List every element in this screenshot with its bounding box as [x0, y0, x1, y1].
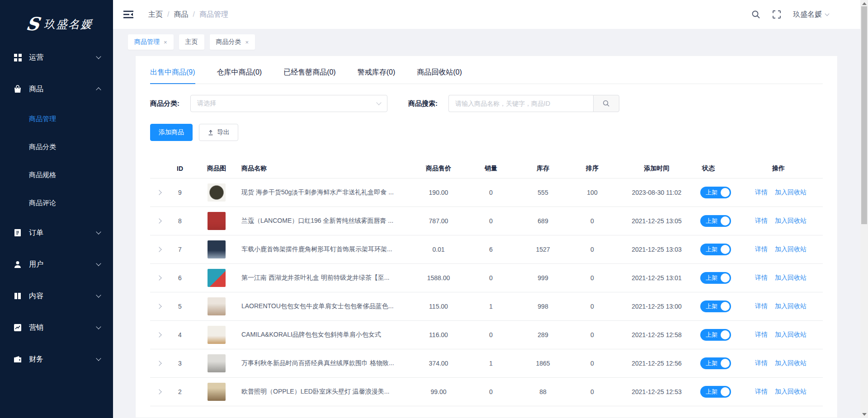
tab-stock-alert[interactable]: 警戒库存(0) — [358, 68, 396, 84]
status-toggle[interactable]: 上架 — [700, 272, 731, 284]
cell-name: 万事利秋冬新品时尚百搭经典真丝绒厚款围巾 格物致... — [241, 359, 411, 367]
product-image — [208, 240, 226, 258]
sidebar-item-users[interactable]: 用户 — [0, 249, 113, 280]
cell-sort: 0 — [570, 303, 615, 310]
cell-stock: 999 — [516, 274, 570, 282]
expand-row-icon[interactable] — [156, 275, 161, 280]
breadcrumb-home[interactable]: 主页 — [148, 10, 169, 19]
cell-name: 现货 海参干货50g淡干刺参海鲜水产非送礼礼盒即食 ... — [241, 188, 411, 197]
recycle-link[interactable]: 加入回收站 — [775, 388, 807, 396]
detail-link[interactable]: 详情 — [755, 302, 768, 310]
recycle-link[interactable]: 加入回收站 — [775, 245, 807, 254]
product-image — [208, 297, 226, 315]
cell-price: 99.00 — [411, 388, 466, 395]
detail-link[interactable]: 详情 — [755, 217, 768, 225]
tab-in-warehouse[interactable]: 仓库中商品(0) — [217, 68, 262, 84]
tag-product-category[interactable]: 商品分类 — [210, 34, 255, 50]
tab-sold-out[interactable]: 已经售罄商品(0) — [283, 68, 336, 84]
expand-row-icon[interactable] — [156, 247, 161, 252]
cell-time: 2021-12-25 12:56 — [615, 360, 698, 367]
sidebar-item-products[interactable]: 商品 — [0, 73, 113, 105]
table-row: 4 CAMILA&KORALI品牌包包女包斜挎单肩小包女式 116.00 0 2… — [150, 321, 823, 349]
expand-row-icon[interactable] — [156, 304, 161, 309]
recycle-link[interactable]: 加入回收站 — [775, 359, 807, 367]
chevron-down-icon — [96, 356, 101, 361]
cell-price: 787.00 — [411, 217, 466, 225]
sidebar-item-product-category[interactable]: 商品分类 — [0, 133, 113, 161]
cell-id: 8 — [168, 217, 192, 225]
products-submenu: 商品管理 商品分类 商品规格 商品评论 — [0, 105, 113, 217]
recycle-link[interactable]: 加入回收站 — [775, 274, 807, 282]
detail-link[interactable]: 详情 — [755, 388, 768, 396]
tab-on-sale[interactable]: 出售中商品(9) — [150, 68, 195, 84]
table-row: 6 第一江南 西湖龙井茶叶礼盒 明前特级龙井绿茶【至... 1588.00 0 … — [150, 264, 823, 292]
cell-sort: 0 — [570, 388, 615, 395]
detail-link[interactable]: 详情 — [755, 359, 768, 367]
expand-row-icon[interactable] — [156, 190, 161, 195]
cell-sales: 0 — [466, 189, 516, 196]
product-image — [208, 383, 226, 401]
menu-fold-icon[interactable] — [123, 10, 134, 19]
toolbar: 添加商品 导出 — [150, 124, 823, 141]
breadcrumb-section[interactable]: 商品 — [174, 10, 194, 19]
sidebar-item-product-spec[interactable]: 商品规格 — [0, 161, 113, 189]
add-product-button[interactable]: 添加商品 — [150, 124, 193, 141]
sidebar-item-operations[interactable]: 运营 — [0, 42, 113, 73]
tag-home[interactable]: 主页 — [179, 34, 204, 50]
scroll-up-arrow[interactable] — [862, 2, 867, 5]
toggle-knob — [721, 273, 730, 282]
cell-price: 0.01 — [411, 246, 466, 253]
product-search-input[interactable] — [448, 95, 593, 112]
toggle-knob — [721, 330, 730, 339]
fullscreen-icon[interactable] — [772, 10, 781, 19]
cell-name: CAMILA&KORALI品牌包包女包斜挎单肩小包女式 — [241, 331, 411, 339]
status-toggle[interactable]: 上架 — [700, 215, 731, 227]
table-row: 7 车载小鹿首饰架摆件鹿角树形耳钉首饰展示架耳环架... 0.01 6 1527… — [150, 235, 823, 264]
cell-sort: 100 — [570, 189, 615, 196]
user-menu[interactable]: 玖盛名媛 — [793, 10, 829, 19]
export-button[interactable]: 导出 — [199, 124, 238, 141]
sidebar-item-product-review[interactable]: 商品评论 — [0, 189, 113, 217]
close-icon[interactable] — [164, 39, 167, 46]
expand-row-icon[interactable] — [156, 361, 161, 366]
status-toggle[interactable]: 上架 — [700, 187, 731, 198]
expand-row-icon[interactable] — [156, 389, 161, 394]
recycle-link[interactable]: 加入回收站 — [775, 302, 807, 310]
detail-link[interactable]: 详情 — [755, 331, 768, 339]
scroll-down-arrow[interactable] — [862, 413, 867, 416]
grid-icon — [14, 53, 22, 61]
recycle-link[interactable]: 加入回收站 — [775, 331, 807, 339]
chevron-down-icon — [96, 324, 101, 329]
tag-product-management[interactable]: 商品管理 — [128, 34, 174, 50]
status-toggle[interactable]: 上架 — [700, 244, 731, 255]
product-image — [208, 183, 226, 202]
recycle-link[interactable]: 加入回收站 — [775, 217, 807, 225]
sidebar-item-content[interactable]: 内容 — [0, 280, 113, 312]
search-submit-button[interactable] — [593, 95, 619, 112]
expand-row-icon[interactable] — [156, 332, 161, 337]
search-icon[interactable] — [751, 10, 760, 19]
category-select[interactable]: 请选择 — [190, 95, 387, 112]
sidebar-item-product-management[interactable]: 商品管理 — [0, 105, 113, 133]
scrollbar-thumb[interactable] — [861, 6, 867, 224]
cell-name: 兰蔻（LANCOME）口红196 全新菁纯丝绒雾面唇膏 ... — [241, 217, 411, 225]
sidebar-item-marketing[interactable]: 营销 — [0, 312, 113, 343]
cell-name: 第一江南 西湖龙井茶叶礼盒 明前特级龙井绿茶【至... — [241, 274, 411, 282]
sidebar-item-finance[interactable]: 财务 — [0, 343, 113, 375]
expand-row-icon[interactable] — [156, 218, 161, 223]
close-icon[interactable] — [245, 39, 249, 46]
status-toggle[interactable]: 上架 — [700, 386, 731, 398]
status-toggle[interactable]: 上架 — [700, 301, 731, 312]
sidebar-item-orders[interactable]: 订单 — [0, 217, 113, 249]
status-toggle[interactable]: 上架 — [700, 329, 731, 341]
detail-link[interactable]: 详情 — [755, 245, 768, 254]
brand-logo-icon: S — [25, 15, 41, 33]
status-toggle[interactable]: 上架 — [700, 357, 731, 369]
detail-link[interactable]: 详情 — [755, 274, 768, 282]
tab-recycle-bin[interactable]: 商品回收站(0) — [417, 68, 462, 84]
cell-time: 2023-08-30 11:02 — [615, 189, 698, 196]
page-scrollbar[interactable] — [860, 0, 868, 418]
detail-link[interactable]: 详情 — [755, 188, 768, 197]
chevron-down-icon — [96, 54, 101, 59]
recycle-link[interactable]: 加入回收站 — [775, 188, 807, 197]
